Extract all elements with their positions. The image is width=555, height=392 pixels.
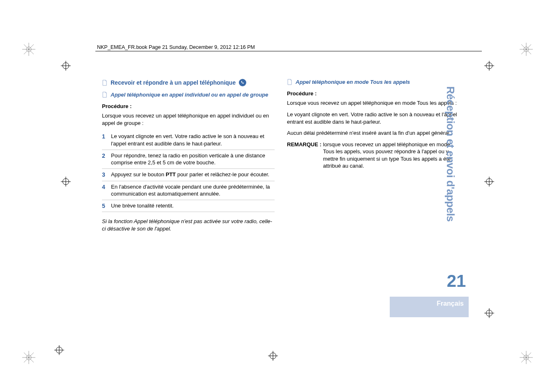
registration-starburst-icon	[21, 42, 36, 57]
procedure-steps: 1 Le voyant clignote en vert. Votre radi…	[102, 131, 275, 212]
step-text: Pour répondre, tenez la radio en positio…	[111, 152, 275, 166]
procedure-intro: Lorsque vous recevez un appel téléphoniq…	[102, 112, 275, 127]
crop-crosshair-icon	[61, 61, 71, 71]
crop-crosshair-icon	[61, 177, 71, 187]
step: 3 Appuyez sur le bouton PTT pour parler …	[102, 169, 275, 181]
body-paragraph: Aucun délai prédéterminé n'est inséré av…	[287, 129, 460, 137]
subsection-heading: Appel téléphonique en appel individuel o…	[102, 92, 275, 99]
step-text-bold: PTT	[166, 171, 176, 178]
page-number-block: 21	[444, 271, 469, 291]
footnote: Si la fonction Appel téléphonique n'est …	[102, 218, 275, 232]
header-rule	[95, 51, 482, 51]
step: 5 Une brève tonalité retentit.	[102, 200, 275, 212]
section-tab: Réception et envoi d'appels	[444, 86, 469, 221]
page-icon	[102, 80, 107, 86]
page-content: Recevoir et répondre à un appel téléphon…	[102, 79, 460, 233]
step-text: Appuyez sur le bouton PTT pour parler et…	[111, 171, 275, 179]
section-heading-text: Recevoir et répondre à un appel téléphon…	[111, 79, 236, 87]
remark-body: lorsque vous recevez un appel téléphoniq…	[323, 141, 460, 170]
step-number: 4	[102, 183, 106, 198]
step-number: 5	[102, 202, 106, 210]
language-label: Français	[437, 300, 464, 307]
procedure-intro: Lorsque vous recevez un appel téléphoniq…	[287, 99, 460, 107]
subsection-heading: Appel téléphonique en mode Tous les appe…	[287, 79, 460, 86]
step-text-prefix: Appuyez sur le bouton	[111, 171, 166, 178]
language-box: Français	[390, 297, 469, 317]
registration-starburst-icon	[519, 350, 534, 365]
body-paragraph: Le voyant clignote en vert. Votre radio …	[287, 111, 460, 125]
step: 1 Le voyant clignote en vert. Votre radi…	[102, 131, 275, 150]
step: 2 Pour répondre, tenez la radio en posit…	[102, 150, 275, 169]
registration-starburst-icon	[21, 350, 36, 365]
crop-crosshair-icon	[484, 308, 494, 318]
remark-block: REMARQUE : lorsque vous recevez un appel…	[287, 141, 460, 170]
registration-starburst-icon	[519, 42, 534, 57]
crop-crosshair-icon	[268, 351, 278, 361]
section-heading: Recevoir et répondre à un appel téléphon…	[102, 79, 275, 87]
crop-crosshair-icon	[54, 345, 64, 355]
page-icon	[287, 79, 292, 85]
step-number: 1	[102, 133, 106, 147]
running-header: NKP_EMEA_FR.book Page 21 Sunday, Decembe…	[97, 44, 255, 50]
phone-badge-icon	[239, 79, 246, 86]
crop-crosshair-icon	[484, 61, 494, 71]
crop-crosshair-icon	[484, 177, 494, 187]
remark-label: REMARQUE :	[287, 141, 321, 170]
right-column: Appel téléphonique en mode Tous les appe…	[287, 79, 460, 233]
step-number: 2	[102, 152, 106, 166]
step-text-suffix: pour parler et relâchez-le pour écouter.	[176, 171, 270, 178]
step-text: Une brève tonalité retentit.	[111, 202, 275, 210]
page-icon	[102, 92, 107, 98]
procedure-label: Procédure :	[102, 103, 275, 110]
step-text: En l'absence d'activité vocale pendant u…	[111, 183, 275, 198]
step-number: 3	[102, 171, 106, 179]
section-tab-label: Réception et envoi d'appels	[444, 86, 457, 221]
subsection-heading-text: Appel téléphonique en mode Tous les appe…	[296, 79, 410, 86]
left-column: Recevoir et répondre à un appel téléphon…	[102, 79, 275, 233]
procedure-label: Procédure :	[287, 90, 460, 97]
step: 4 En l'absence d'activité vocale pendant…	[102, 181, 275, 200]
step-text: Le voyant clignote en vert. Votre radio …	[111, 133, 275, 147]
page-number: 21	[444, 271, 469, 291]
subsection-heading-text: Appel téléphonique en appel individuel o…	[111, 92, 268, 99]
